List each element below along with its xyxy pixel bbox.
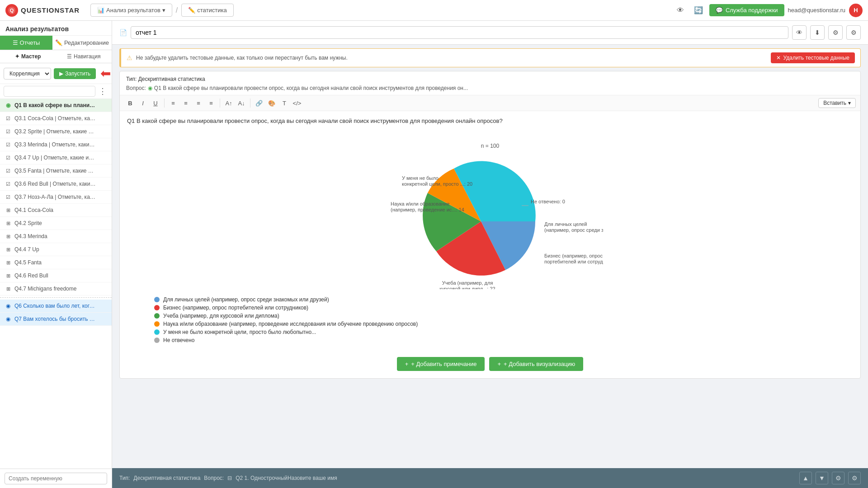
pie-chart-svg: Не отвечено: 0 Для личных целей (наприме…: [377, 154, 603, 289]
plus-icon-visual: +: [497, 361, 501, 367]
sidebar-item-q4-4[interactable]: ⊞ Q4.4 7 Up: [0, 243, 112, 256]
legend-dot-personal: [154, 297, 160, 302]
radio-icon-q7: ◉: [5, 315, 12, 323]
legend-item-science: Наука и/или образование (например, прове…: [154, 321, 418, 327]
sidebar-tab-reports[interactable]: ☰ Отчеты: [0, 36, 52, 50]
search-row: ⋮: [0, 84, 112, 99]
italic-btn[interactable]: I: [137, 97, 149, 109]
link-btn[interactable]: 🔗: [253, 97, 265, 109]
main-layout: Анализ результатов ☰ Отчеты ✏️ Редактиро…: [0, 21, 868, 488]
bottom-settings-btn[interactable]: ⚙: [848, 472, 861, 484]
analysis-row: Корреляция ▶ Запустить ⬅: [0, 63, 112, 84]
insert-btn[interactable]: Вставить ▾: [818, 98, 856, 108]
close-icon: ✕: [776, 55, 781, 61]
clear-format-btn[interactable]: T: [278, 97, 290, 109]
legend-item-noanswer: Не отвечено: [154, 337, 418, 343]
user-avatar[interactable]: H: [849, 4, 863, 17]
download-btn[interactable]: ⬇: [810, 25, 825, 40]
font-size-down-btn[interactable]: A↓: [236, 97, 247, 109]
legend-item-biz: Бизнес (например, опрос портебителей или…: [154, 305, 418, 311]
sidebar-item-q4-5[interactable]: ⊞ Q4.5 Fanta: [0, 256, 112, 269]
sidebar-item-q3-2[interactable]: ☑ Q3.2 Sprite | Отметьте, какие из нижеп…: [0, 125, 112, 138]
bottom-type-label: Тип:: [119, 475, 130, 481]
nav-tab-analysis[interactable]: 📊 Анализ результатов ▾: [90, 4, 172, 17]
plus-icon-note: +: [405, 361, 409, 367]
align-right-btn[interactable]: ≡: [193, 97, 204, 109]
eye-icon-btn[interactable]: 👁: [673, 3, 688, 18]
underline-btn[interactable]: U: [150, 97, 161, 109]
warning-text: Не забудьте удалить тестовые данные, как…: [136, 55, 348, 61]
sidebar-subtab-nav[interactable]: ☰ Навигация: [56, 50, 112, 63]
report-content: Тип: Дескриптивная статистика Вопрос: ◉ …: [112, 71, 868, 468]
color-btn[interactable]: 🎨: [266, 97, 278, 109]
sidebar-item-q3-1[interactable]: ☑ Q3.1 Coca-Cola | Отметьте, какие из ни…: [0, 112, 112, 125]
checkbox-icon-5: ☑: [5, 167, 12, 174]
support-icon: 💬: [716, 7, 723, 14]
sidebar-tab-edit[interactable]: ✏️ Редактирование: [52, 36, 112, 50]
bottom-bar: Тип: Дескриптивная статистика Вопрос: ⊟ …: [112, 468, 868, 488]
sidebar-item-q4-7[interactable]: ⊞ Q4.7 Michigans freedome: [0, 282, 112, 296]
checkbox-icon-2: ☑: [5, 128, 12, 135]
eye-btn[interactable]: 👁: [792, 25, 807, 40]
bottom-type-value: Дескриптивная статистика: [133, 475, 200, 481]
bold-btn[interactable]: B: [124, 97, 136, 109]
sidebar-item-q7[interactable]: ◉ Q7 Вам хотелось бы бросить курить?: [0, 313, 112, 326]
nav-separator: /: [176, 6, 178, 14]
sidebar-item-q3-7[interactable]: ☑ Q3.7 Нозз-А-Ла | Отметьте, какие из ни…: [0, 191, 112, 204]
filter-btn[interactable]: ⚙: [828, 25, 843, 40]
settings-btn[interactable]: ⚙: [846, 25, 861, 40]
sidebar-item-q3-3[interactable]: ☑ Q3.3 Merinda | Отметьте, какие из ниже…: [0, 138, 112, 151]
align-left-btn[interactable]: ≡: [167, 97, 179, 109]
sidebar-tabs: ☰ Отчеты ✏️ Редактирование: [0, 36, 112, 50]
run-button[interactable]: ▶ Запустить: [54, 68, 96, 79]
grid-icon-2: ⊞: [5, 220, 12, 227]
sidebar-subtab-master[interactable]: ✦ Мастер: [0, 50, 56, 63]
delete-test-data-button[interactable]: ✕ Удалить тестовые данные: [771, 52, 855, 63]
bottom-question-label: Вопрос:: [204, 475, 224, 481]
sidebar-item-q3-6[interactable]: ☑ Q3.6 Red Bull | Отметьте, какие из ниж…: [0, 178, 112, 191]
refresh-icon-btn[interactable]: 🔄: [691, 3, 706, 18]
legend-dot-study: [154, 313, 160, 319]
sidebar-item-q4-1[interactable]: ⊞ Q4.1 Coca-Cola: [0, 204, 112, 217]
font-size-up-btn[interactable]: A↑: [223, 97, 235, 109]
align-center-btn[interactable]: ≡: [180, 97, 192, 109]
sidebar-item-q4-2[interactable]: ⊞ Q4.2 Sprite: [0, 217, 112, 230]
sep2: [220, 99, 220, 108]
action-row: + + Добавить примечание + + Добавить виз…: [120, 352, 860, 378]
bottom-filter-btn[interactable]: ⚙: [832, 472, 844, 484]
pencil-icon: ✏️: [188, 7, 195, 14]
report-title-input[interactable]: [131, 26, 788, 39]
pie-chart: Не отвечено: 0 Для личных целей (наприме…: [377, 154, 603, 289]
chevron-down-icon-toolbar: ▾: [848, 100, 851, 106]
sidebar-item-q1[interactable]: ◉ Q1 В какой сфере вы планировали прове.…: [0, 99, 112, 112]
support-button[interactable]: 💬 Служба поддержки: [709, 4, 784, 16]
source-btn[interactable]: </>: [291, 97, 303, 109]
label-noconcrete: У меня не было: [402, 175, 439, 181]
justify-btn[interactable]: ≡: [205, 97, 217, 109]
sidebar-item-q3-4[interactable]: ☑ Q3.4 7 Up | Отметьте, какие из нижепер…: [0, 151, 112, 164]
analysis-select[interactable]: Корреляция: [4, 68, 51, 80]
nav-tab-stats[interactable]: ✏️ статистика: [181, 4, 233, 17]
editor-body[interactable]: Q1 В какой сфере вы планировали провести…: [120, 111, 860, 138]
label-personal-2: (например, опрос среди з...: 23: [544, 227, 603, 233]
logo-icon: Q: [5, 4, 18, 17]
sidebar-item-q6[interactable]: ◉ Q6 Сколько вам было лет, когда вы нач.…: [0, 300, 112, 313]
bottom-down-btn[interactable]: ▼: [816, 472, 828, 484]
sidebar-item-q4-3[interactable]: ⊞ Q4.3 Merinda: [0, 230, 112, 243]
add-note-button[interactable]: + + Добавить примечание: [397, 357, 485, 371]
create-variable-input[interactable]: [5, 473, 107, 484]
search-input[interactable]: [4, 86, 95, 97]
checkbox-icon: ☑: [5, 115, 12, 122]
more-options-btn[interactable]: ⋮: [97, 86, 108, 97]
legend-dot-science: [154, 321, 160, 327]
add-visual-button[interactable]: + + Добавить визуализацию: [489, 357, 583, 371]
chart-legend: Для личных целей (например, опрос среди …: [127, 296, 418, 343]
grid-icon-3: ⊞: [5, 233, 12, 240]
bottom-up-btn[interactable]: ▲: [799, 472, 812, 484]
sidebar-item-q3-5[interactable]: ☑ Q3.5 Fanta | Отметьте, какие из нижепе…: [0, 164, 112, 178]
user-email: head@questionstar.ru: [788, 7, 845, 14]
card-question-row: Вопрос: ◉ Q1 В какой сфере вы планировал…: [120, 84, 860, 95]
label-biz-2: портебителей или сотруди...: 21: [544, 259, 603, 264]
sidebar-item-q4-6[interactable]: ⊞ Q4.6 Red Bull: [0, 269, 112, 282]
sidebar-divider: [0, 297, 112, 298]
